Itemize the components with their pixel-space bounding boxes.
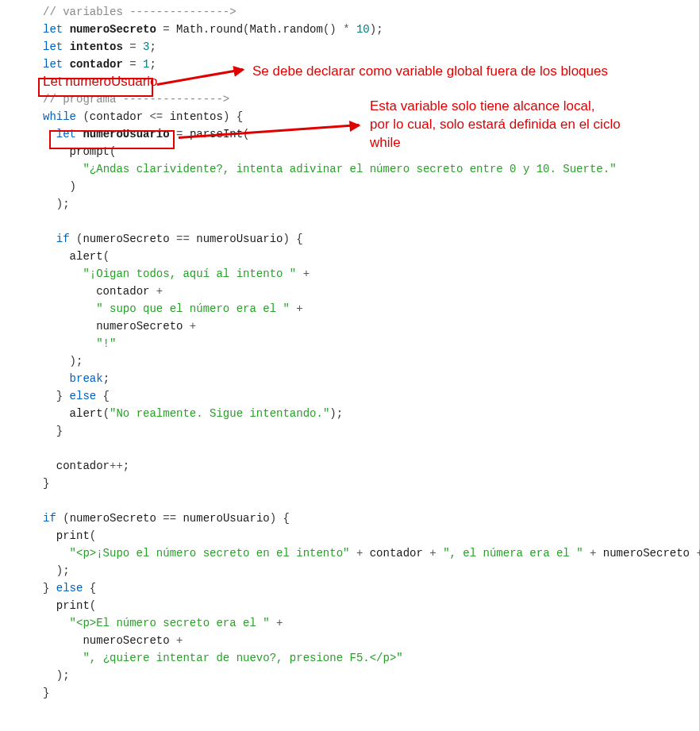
highlight-box-global-var — [38, 78, 153, 97]
code-line: print( — [0, 527, 699, 544]
code-line: if (numeroSecreto == numeroUsuario) { — [0, 230, 699, 248]
code-line: } — [0, 422, 699, 440]
code-line — [0, 440, 699, 457]
code-line: } — [0, 475, 699, 492]
code-line: ); — [0, 195, 699, 213]
code-line: break; — [0, 370, 699, 387]
highlight-box-local-var — [49, 130, 175, 149]
annotation-global: Se debe declarar como variable global fu… — [252, 63, 608, 80]
code-line: "¡Oigan todos, aquí al intento " + — [0, 265, 699, 283]
code-line: ); — [0, 562, 699, 579]
code-document: // variables ---------------> let numero… — [0, 0, 700, 731]
code-line: ); — [0, 667, 699, 684]
code-line: numeroSecreto + — [0, 632, 699, 649]
code-line: " supo que el número era el " + — [0, 300, 699, 317]
code-line: } else { — [0, 579, 699, 597]
code-line: alert("No realmente. Sigue intentando.")… — [0, 405, 699, 422]
code-line: } — [0, 684, 699, 702]
code-line: "<p>¡Supo el número secreto en el intent… — [0, 544, 699, 562]
code-line — [0, 492, 699, 510]
code-line: ) — [0, 178, 699, 195]
code-line: "!" — [0, 335, 699, 352]
code-line: if (numeroSecreto == numeroUsuario) { — [0, 510, 699, 527]
code-line: ", ¿quiere intentar de nuevo?, presione … — [0, 649, 699, 667]
annotation-local-line2: por lo cual, solo estará definida en el … — [370, 116, 621, 133]
code-line: "¿Andas clarividente?, intenta adivinar … — [0, 160, 699, 178]
code-line: ); — [0, 352, 699, 370]
code-line: contador++; — [0, 457, 699, 475]
code-line: numeroSecreto + — [0, 317, 699, 335]
code-line — [0, 213, 699, 230]
code-line: } else { — [0, 387, 699, 405]
code-line: let intentos = 3; — [0, 38, 699, 56]
code-line: contador + — [0, 283, 699, 300]
annotation-local-line3: while — [370, 134, 401, 152]
code-line: let numeroSecreto = Math.round(Math.rand… — [0, 21, 699, 38]
code-line: print( — [0, 597, 699, 614]
annotation-local-line1: Esta variable solo tiene alcance local, — [370, 98, 595, 115]
code-line: // variables ---------------> — [0, 3, 699, 21]
code-line: "<p>El número secreto era el " + — [0, 614, 699, 632]
code-line: alert( — [0, 248, 699, 265]
